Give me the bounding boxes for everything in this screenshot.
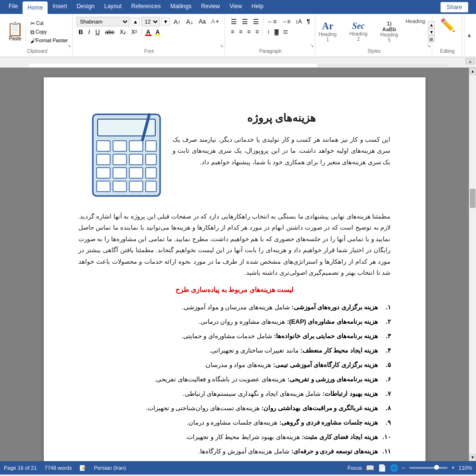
- align-left-button[interactable]: ≡: [229, 27, 236, 36]
- numbering-button[interactable]: ☰: [240, 17, 250, 26]
- style-heading5[interactable]: 1) AaBb Heading 5: [375, 18, 403, 46]
- shrink-font-button[interactable]: A↓: [184, 17, 195, 26]
- multilevel-list-button[interactable]: ☰: [251, 17, 261, 26]
- superscript-button[interactable]: X²: [129, 28, 139, 37]
- align-center-button[interactable]: ≡: [237, 27, 244, 36]
- paste-icon: 📋: [7, 23, 24, 36]
- calculator-image: [78, 112, 165, 203]
- svg-rect-10: [146, 141, 156, 151]
- format-painter-button[interactable]: 🖌 Format Painter: [29, 37, 69, 45]
- bullets-button[interactable]: ☰: [229, 17, 239, 26]
- list-item: ۴. هزینه ایجاد محیط کار منعطف: مانند تغی…: [78, 344, 391, 357]
- change-case-button[interactable]: Aa: [197, 17, 208, 26]
- svg-rect-9: [129, 141, 143, 151]
- align-right-button[interactable]: ≡: [245, 27, 252, 36]
- tab-references[interactable]: References: [126, 0, 165, 14]
- text-effects-button[interactable]: A✦: [209, 17, 222, 26]
- zoom-thumb[interactable]: [434, 465, 439, 470]
- style-heading1[interactable]: Ar Heading 1: [313, 18, 342, 45]
- language: Persian (Iran): [94, 465, 126, 471]
- svg-rect-16: [113, 168, 126, 178]
- editing-label: Editing: [433, 49, 462, 54]
- ribbon-content: 📋 Paste ✂ Cut ⧉ Copy 🖌 Format Painter Cl…: [0, 14, 476, 57]
- increase-indent-button[interactable]: →≡: [279, 17, 292, 26]
- list-title: لیست هزینه‌های مربوط به پیاده‌سازی طرح: [78, 286, 391, 293]
- show-marks-button[interactable]: ¶: [305, 17, 312, 26]
- tab-home[interactable]: Home: [23, 1, 48, 14]
- clipboard-group: 📋 Paste ✂ Cut ⧉ Copy 🖌 Format Painter Cl…: [2, 15, 73, 55]
- decrease-indent-button[interactable]: ←≡: [265, 17, 278, 26]
- borders-button[interactable]: ⊡: [281, 27, 289, 36]
- svg-rect-20: [113, 181, 126, 192]
- copy-button[interactable]: ⧉ Copy: [29, 28, 69, 36]
- view-web-button[interactable]: 🌐: [390, 464, 398, 472]
- zoom-slider[interactable]: [409, 467, 448, 469]
- page-info: Page 16 of 21: [4, 465, 37, 471]
- scroll-thumb[interactable]: [470, 189, 476, 208]
- scroll-track[interactable]: [469, 75, 476, 454]
- document-scroll[interactable]: هزینه‌های پروژه این کسب و کار نیز همانند…: [0, 68, 469, 461]
- list-item: ۷. هزینه بهبود ارتباطات: شامل هزینه‌های …: [78, 388, 391, 400]
- list-item: ۱۱. هزینه‌های توسعه فردی و حرفه‌ای: شامل…: [78, 445, 391, 458]
- tab-help[interactable]: Help: [247, 0, 268, 14]
- font-size-select[interactable]: 12: [141, 17, 160, 26]
- tab-layout[interactable]: Layout: [100, 0, 126, 14]
- style-heading2[interactable]: Sec Heading 2: [344, 18, 373, 45]
- tab-mailings[interactable]: Mailings: [165, 0, 196, 14]
- list-item: ۱۲. هزینه ترویج فرهنگ پذیرش و حمایت: هزی…: [78, 460, 391, 461]
- justify-button[interactable]: ≡: [253, 27, 261, 36]
- bold-button[interactable]: B: [76, 27, 85, 37]
- ribbon: File Home Insert Design Layout Reference…: [0, 0, 476, 57]
- svg-rect-15: [97, 168, 110, 178]
- underline-button[interactable]: U: [93, 27, 101, 37]
- styles-group: Ar Heading 1 Sec Heading 2 1) AaBb Headi…: [316, 15, 432, 55]
- tab-view[interactable]: View: [225, 0, 247, 14]
- grow-font-button[interactable]: A↑: [172, 17, 183, 26]
- view-read-button[interactable]: 📖: [366, 464, 374, 472]
- svg-rect-21: [129, 181, 143, 192]
- document-body-1: این کسب و کار نیز همانند هر کسب و کار تو…: [173, 134, 391, 168]
- cut-button[interactable]: ✂ Cut: [29, 20, 69, 27]
- line-spacing-button[interactable]: ↕: [265, 27, 272, 36]
- font-family-select[interactable]: Shabnam: [76, 17, 129, 26]
- sort-button[interactable]: ↕A: [293, 17, 304, 26]
- subscript-button[interactable]: X₂: [118, 28, 128, 37]
- zoom-out-button[interactable]: −: [402, 464, 405, 471]
- font-size-decrease[interactable]: ▲: [131, 18, 140, 25]
- svg-rect-2: [29, 64, 317, 67]
- vertical-scrollbar[interactable]: ▲ ▼: [469, 68, 476, 461]
- status-bar: Page 16 of 21 7748 words 📝 Persian (Iran…: [0, 461, 476, 475]
- tab-insert[interactable]: Insert: [48, 0, 72, 14]
- collapse-ribbon-button[interactable]: ▲: [464, 15, 474, 55]
- share-button[interactable]: Share: [440, 2, 468, 12]
- font-size-increase[interactable]: ▼: [161, 18, 170, 25]
- tab-design[interactable]: Design: [72, 0, 99, 14]
- zoom-in-button[interactable]: +: [451, 464, 455, 471]
- tab-review[interactable]: Review: [196, 0, 225, 14]
- list-item: ۳. هزینه برنامه‌های حمایتی برای خانواده‌…: [78, 330, 391, 342]
- svg-rect-13: [129, 154, 143, 165]
- font-launcher[interactable]: ↘: [220, 43, 224, 48]
- proofing-icon[interactable]: 📝: [79, 465, 86, 471]
- highlight-color-button[interactable]: A: [154, 28, 162, 37]
- ruler-collapse-button[interactable]: ▲: [465, 58, 475, 64]
- strikethrough-button[interactable]: abc: [103, 28, 116, 37]
- styles-launcher[interactable]: ↘: [427, 43, 431, 48]
- document-page: هزینه‌های پروژه این کسب و کار نیز همانند…: [44, 77, 426, 461]
- document-list: ۱. هزینه برگزاری دوره‌های آموزشی: شامل ه…: [78, 301, 391, 461]
- view-print-button[interactable]: 📄: [378, 464, 386, 472]
- paragraph-group: ☰ ☰ ☰ ←≡ →≡ ↕A ¶ ≡ ≡ ≡ ≡ ↕ ▓ ⊡: [226, 15, 315, 55]
- word-count: 7748 words: [45, 465, 72, 471]
- scroll-up-button[interactable]: ▲: [469, 68, 476, 75]
- clipboard-launcher[interactable]: ↘: [67, 43, 71, 48]
- list-item: ۲. هزینه برنامه‌های مشاوره‌ای (EAP): هزی…: [78, 316, 391, 328]
- shading-button[interactable]: ▓: [273, 27, 280, 36]
- paste-label: Paste: [9, 36, 22, 41]
- ruler: ▲: [0, 57, 476, 68]
- focus-button[interactable]: Focus: [348, 465, 362, 471]
- paste-button[interactable]: 📋 Paste: [5, 22, 26, 42]
- italic-button[interactable]: I: [87, 27, 92, 37]
- tab-file[interactable]: File: [4, 0, 23, 14]
- scroll-down-button[interactable]: ▼: [469, 454, 476, 461]
- font-color-button[interactable]: A: [144, 28, 152, 37]
